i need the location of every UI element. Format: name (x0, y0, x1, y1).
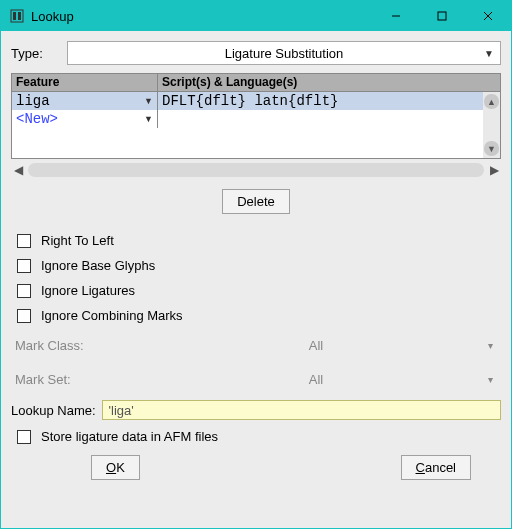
ignore-marks-checkbox[interactable] (17, 309, 31, 323)
feature-grid: Feature Script(s) & Language(s) liga ▼ D… (11, 73, 501, 159)
mark-class-label: Mark Class: (11, 338, 131, 353)
chevron-down-icon: ▾ (488, 374, 493, 385)
store-afm-label: Store ligature data in AFM files (41, 429, 218, 444)
feature-cell[interactable]: liga ▼ (12, 92, 158, 110)
grid-row-new[interactable]: <New> ▼ (12, 110, 500, 128)
rtl-label: Right To Left (41, 233, 114, 248)
scroll-down-icon[interactable]: ▼ (484, 141, 499, 156)
lookup-dialog: Lookup Type: Ligature Substitution ▼ Fea… (0, 0, 512, 529)
ignore-marks-label: Ignore Combining Marks (41, 308, 183, 323)
feature-new-cell[interactable]: <New> ▼ (12, 110, 158, 128)
type-dropdown[interactable]: Ligature Substitution ▼ (67, 41, 501, 65)
rtl-checkbox[interactable] (17, 234, 31, 248)
ignore-base-label: Ignore Base Glyphs (41, 258, 155, 273)
ignore-liga-checkbox[interactable] (17, 284, 31, 298)
minimize-button[interactable] (373, 1, 419, 31)
lookup-name-input[interactable]: 'liga' (102, 400, 501, 420)
chevron-down-icon: ▾ (488, 340, 493, 351)
lookup-name-value: 'liga' (109, 403, 134, 418)
window-title: Lookup (31, 9, 74, 24)
cancel-button[interactable]: Cancel (401, 455, 471, 480)
type-value: Ligature Substitution (225, 46, 344, 61)
chevron-down-icon[interactable]: ▼ (144, 114, 153, 124)
chevron-down-icon: ▼ (484, 48, 494, 59)
delete-button[interactable]: Delete (222, 189, 290, 214)
scroll-left-icon[interactable]: ◀ (11, 163, 25, 177)
col-header-feature[interactable]: Feature (12, 74, 158, 91)
svg-rect-4 (438, 12, 446, 20)
ignore-liga-label: Ignore Ligatures (41, 283, 135, 298)
scroll-track[interactable] (28, 163, 484, 177)
new-label: <New> (16, 111, 58, 127)
scripts-cell-text: DFLT{dflt} latn{dflt} (162, 93, 338, 109)
col-header-scripts[interactable]: Script(s) & Language(s) (158, 74, 500, 91)
scroll-right-icon[interactable]: ▶ (487, 163, 501, 177)
ignore-base-checkbox[interactable] (17, 259, 31, 273)
grid-row[interactable]: liga ▼ DFLT{dflt} latn{dflt} ▼ (12, 92, 500, 110)
mark-class-value: All (309, 338, 323, 353)
feature-cell-text: liga (16, 93, 50, 109)
app-icon (9, 8, 25, 24)
chevron-down-icon[interactable]: ▼ (144, 96, 153, 106)
svg-rect-0 (11, 10, 23, 22)
type-label: Type: (11, 46, 59, 61)
mark-set-label: Mark Set: (11, 372, 131, 387)
vertical-scrollbar[interactable]: ▲ ▼ (483, 92, 500, 158)
lookup-name-label: Lookup Name: (11, 403, 96, 418)
mark-set-dropdown[interactable]: All ▾ (131, 368, 501, 390)
mark-set-value: All (309, 372, 323, 387)
store-afm-checkbox[interactable] (17, 430, 31, 444)
mark-class-dropdown[interactable]: All ▾ (131, 334, 501, 356)
svg-rect-2 (18, 12, 21, 20)
horizontal-scrollbar[interactable]: ◀ ▶ (11, 161, 501, 179)
scroll-up-icon[interactable]: ▲ (484, 94, 499, 109)
titlebar: Lookup (1, 1, 511, 31)
scripts-cell[interactable]: DFLT{dflt} latn{dflt} ▼ (158, 92, 500, 110)
ok-button[interactable]: OK (91, 455, 140, 480)
maximize-button[interactable] (419, 1, 465, 31)
svg-rect-1 (13, 12, 16, 20)
close-button[interactable] (465, 1, 511, 31)
